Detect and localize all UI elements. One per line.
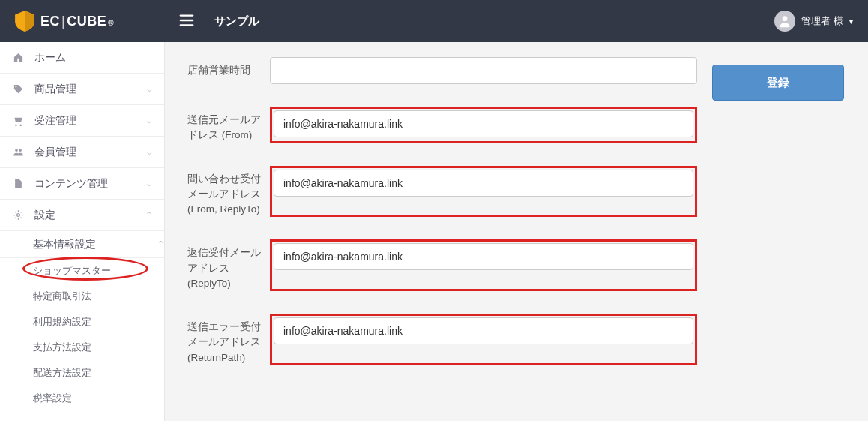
sidebar-item-label: 設定 — [34, 209, 145, 222]
form-field — [270, 107, 697, 143]
home-icon — [12, 52, 24, 64]
text-input[interactable] — [274, 243, 693, 270]
form-field — [270, 314, 697, 365]
sidebar-item-label: 特定商取引法 — [33, 290, 91, 303]
user-menu[interactable]: 管理者 様 ▾ — [774, 11, 853, 32]
sidebar-sub2-item[interactable]: 税率設定 — [0, 386, 164, 411]
logo[interactable]: EC|CUBE® — [0, 0, 165, 42]
sidebar-item-label: 支払方法設定 — [33, 341, 91, 354]
text-input[interactable] — [270, 57, 697, 84]
sidebar-sub2-item[interactable]: 特定商取引法 — [0, 284, 164, 309]
sidebar-item-label: 配送方法設定 — [33, 366, 91, 380]
form-label: 送信元メールアドレス (From) — [187, 107, 270, 143]
cart-icon — [12, 115, 24, 127]
sidebar-item-file[interactable]: コンテンツ管理⌵ — [0, 168, 164, 200]
sidebar-item-label: ホーム — [34, 51, 152, 65]
svg-point-2 — [15, 149, 18, 152]
right-panel: 登録 — [712, 57, 859, 421]
sidebar-item-tag[interactable]: 商品管理⌵ — [0, 74, 164, 105]
form-field — [270, 166, 697, 218]
sidebar-item-label: 利用規約設定 — [33, 315, 91, 329]
sidebar-item-label: 商品管理 — [34, 83, 147, 96]
users-icon — [12, 146, 24, 158]
page-title: サンプル — [214, 14, 259, 29]
header: EC|CUBE® サンプル 管理者 様 ▾ — [0, 0, 868, 42]
chevron-up-icon: ⌃ — [145, 210, 152, 220]
sidebar-item-label: 受注管理 — [34, 114, 147, 128]
sidebar-sub2-item[interactable]: ショップマスター — [0, 258, 164, 284]
sidebar-sub2-item[interactable]: 支払方法設定 — [0, 335, 164, 360]
user-name: 管理者 様 — [801, 14, 843, 28]
sidebar-item-home[interactable]: ホーム — [0, 42, 164, 74]
svg-point-4 — [16, 214, 19, 217]
sidebar-item-label: ショップマスター — [33, 264, 111, 278]
text-input[interactable] — [274, 317, 693, 344]
form-label: 送信エラー受付メールアドレス (ReturnPath) — [187, 314, 270, 365]
form-row: 送信元メールアドレス (From) — [187, 107, 697, 143]
text-input[interactable] — [274, 170, 693, 197]
form-row: 返信受付メールアドレス (ReplyTo) — [187, 239, 697, 291]
hamburger-icon[interactable] — [178, 12, 196, 30]
avatar-icon — [774, 11, 795, 32]
form-field — [270, 57, 697, 84]
svg-point-0 — [783, 16, 788, 21]
svg-point-3 — [19, 149, 22, 152]
form-label: 店舗営業時間 — [187, 57, 270, 84]
sidebar-sub2-item[interactable]: 配送方法設定 — [0, 360, 164, 386]
chevron-down-icon: ▾ — [849, 17, 853, 26]
sidebar-item-cart[interactable]: 受注管理⌵ — [0, 105, 164, 137]
form-label: 返信受付メールアドレス (ReplyTo) — [187, 239, 270, 291]
sidebar-item-label: 税率設定 — [33, 392, 72, 405]
save-button[interactable]: 登録 — [712, 65, 844, 101]
form-field — [270, 239, 697, 291]
sidebar-item-users[interactable]: 会員管理⌵ — [0, 137, 164, 168]
form-label: 問い合わせ受付メールアドレス (From, ReplyTo) — [187, 166, 270, 218]
form-row: 問い合わせ受付メールアドレス (From, ReplyTo) — [187, 166, 697, 218]
chevron-up-icon: ⌃ — [157, 239, 164, 249]
chevron-down-icon: ⌵ — [147, 179, 152, 188]
sidebar-item-gear[interactable]: 設定⌃ — [0, 200, 164, 231]
form-row: 店舗営業時間 — [187, 57, 697, 84]
form-area: 店舗営業時間送信元メールアドレス (From)問い合わせ受付メールアドレス (F… — [187, 57, 697, 421]
sidebar-item-label: 会員管理 — [34, 146, 147, 159]
sidebar: ホーム商品管理⌵受注管理⌵会員管理⌵コンテンツ管理⌵設定⌃基本情報設定⌃ショップ… — [0, 42, 165, 421]
sidebar-item-label: コンテンツ管理 — [34, 177, 147, 191]
main-content: 店舗営業時間送信元メールアドレス (From)問い合わせ受付メールアドレス (F… — [165, 42, 868, 421]
shield-icon — [15, 11, 34, 32]
gear-icon — [12, 209, 24, 221]
logo-text: EC|CUBE® — [40, 14, 114, 29]
text-input[interactable] — [274, 110, 693, 137]
file-icon — [12, 178, 24, 190]
chevron-down-icon: ⌵ — [147, 84, 152, 94]
form-row: 送信エラー受付メールアドレス (ReturnPath) — [187, 314, 697, 365]
sidebar-sub2-item[interactable]: 利用規約設定 — [0, 309, 164, 335]
tag-icon — [12, 83, 24, 95]
sidebar-subitem-basic-settings[interactable]: 基本情報設定⌃ — [0, 231, 164, 258]
sidebar-item-label: 基本情報設定 — [33, 238, 157, 251]
svg-point-1 — [15, 86, 16, 87]
chevron-down-icon: ⌵ — [147, 147, 152, 157]
chevron-down-icon: ⌵ — [147, 116, 152, 125]
